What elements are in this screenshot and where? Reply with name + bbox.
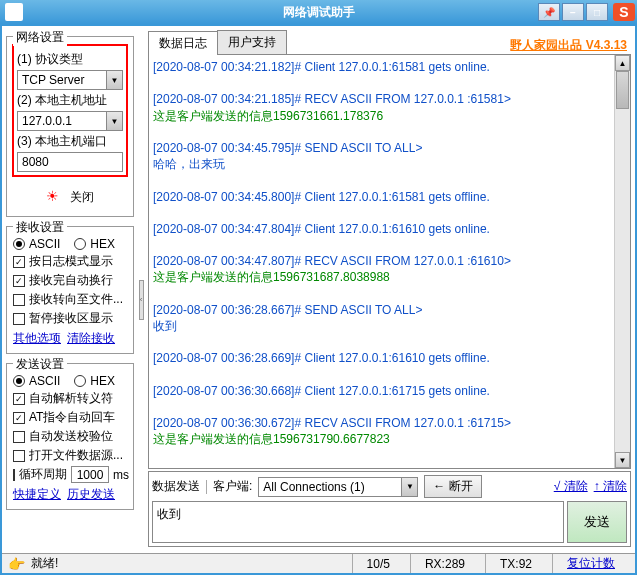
- recv-hex-radio[interactable]: [74, 238, 86, 250]
- log-line: [2020-08-07 00:36:30.672]# RECV ASCII FR…: [153, 415, 626, 431]
- vertical-scrollbar[interactable]: ▲ ▼: [614, 55, 630, 468]
- sogou-ime-icon[interactable]: S: [613, 3, 635, 21]
- recv-ascii-radio[interactable]: [13, 238, 25, 250]
- client-label: 客户端:: [213, 478, 252, 495]
- send-escape-check[interactable]: ✓: [13, 393, 25, 405]
- pin-button[interactable]: 📌: [538, 3, 560, 21]
- send-openfile-check[interactable]: [13, 450, 25, 462]
- highlighted-settings: (1) 协议类型 TCP Server ▼ (2) 本地主机地址 127.0.0…: [12, 44, 128, 177]
- host-dropdown[interactable]: 127.0.0.1 ▼: [17, 111, 123, 131]
- left-panel: 网络设置 (1) 协议类型 TCP Server ▼ (2) 本地主机地址 12…: [6, 30, 134, 569]
- send-hex-radio[interactable]: [74, 375, 86, 387]
- tab-bar: 数据日志 用户支持 野人家园出品 V4.3.13: [148, 30, 631, 55]
- send-shortcut-link[interactable]: 快捷定义: [13, 486, 61, 503]
- port-label: (3) 本地主机端口: [17, 133, 123, 150]
- log-line: [153, 367, 626, 383]
- chevron-down-icon[interactable]: ▼: [401, 478, 417, 496]
- recv-pause-check[interactable]: [13, 313, 25, 325]
- reset-counter-link[interactable]: 复位计数: [552, 554, 629, 573]
- recv-settings-group: 接收设置 ASCII HEX ✓按日志模式显示 ✓接收完自动换行 接收转向至文件…: [6, 226, 134, 354]
- send-checksum-check[interactable]: [13, 431, 25, 443]
- log-line: [153, 75, 626, 91]
- log-line: [2020-08-07 00:34:21.185]# RECV ASCII FR…: [153, 91, 626, 107]
- log-line: [2020-08-07 00:34:21.182]# Client 127.0.…: [153, 59, 626, 75]
- send-data-label: 数据发送: [152, 478, 200, 495]
- status-ratio: 10/5: [352, 554, 404, 573]
- send-atcr-check[interactable]: ✓: [13, 412, 25, 424]
- scroll-down-icon[interactable]: ▼: [615, 452, 630, 468]
- app-icon: [5, 3, 23, 21]
- brand-link[interactable]: 野人家园出品 V4.3.13: [510, 37, 631, 54]
- log-line: [153, 205, 626, 221]
- clear-up-link[interactable]: ↑ 清除: [594, 478, 627, 495]
- clear-check-link[interactable]: √ 清除: [554, 478, 588, 495]
- send-loop-check[interactable]: [13, 469, 15, 481]
- minimize-button[interactable]: −: [562, 3, 584, 21]
- log-line: 这是客户端发送的信息1596731687.8038988: [153, 269, 626, 285]
- close-button[interactable]: ☀ 关闭: [13, 184, 127, 210]
- log-line: [2020-08-07 00:36:28.669]# Client 127.0.…: [153, 350, 626, 366]
- host-label: (2) 本地主机地址: [17, 92, 123, 109]
- chevron-down-icon[interactable]: ▼: [106, 71, 122, 89]
- app-window: 网络调试助手 📌 − □ S 网络设置 (1) 协议类型 TCP Server …: [0, 0, 637, 575]
- recv-logmode-check[interactable]: ✓: [13, 256, 25, 268]
- log-line: 哈哈，出来玩: [153, 156, 626, 172]
- ready-icon: 👉: [8, 556, 25, 572]
- recv-tofile-check[interactable]: [13, 294, 25, 306]
- log-line: [2020-08-07 00:36:30.668]# Client 127.0.…: [153, 383, 626, 399]
- protocol-label: (1) 协议类型: [17, 51, 123, 68]
- log-line: 这是客户端发送的信息1596731790.6677823: [153, 431, 626, 447]
- log-line: [153, 172, 626, 188]
- log-line: [2020-08-07 00:34:47.807]# RECV ASCII FR…: [153, 253, 626, 269]
- group-title-recv: 接收设置: [13, 219, 67, 236]
- right-panel: 数据日志 用户支持 野人家园出品 V4.3.13 [2020-08-07 00:…: [148, 30, 631, 569]
- recv-clear-link[interactable]: 清除接收: [67, 330, 115, 347]
- log-line: [2020-08-07 00:36:28.667]# SEND ASCII TO…: [153, 302, 626, 318]
- recv-other-link[interactable]: 其他选项: [13, 330, 61, 347]
- recv-autowrap-check[interactable]: ✓: [13, 275, 25, 287]
- send-settings-group: 发送设置 ASCII HEX ✓自动解析转义符 ✓AT指令自动回车 自动发送校验…: [6, 363, 134, 510]
- group-title-net: 网络设置: [13, 29, 67, 46]
- log-area[interactable]: [2020-08-07 00:34:21.182]# Client 127.0.…: [148, 55, 631, 469]
- connected-icon: ☀: [46, 188, 59, 204]
- content-area: 网络设置 (1) 协议类型 TCP Server ▼ (2) 本地主机地址 12…: [0, 24, 637, 575]
- send-button[interactable]: 发送: [567, 501, 627, 543]
- network-settings-group: 网络设置 (1) 协议类型 TCP Server ▼ (2) 本地主机地址 12…: [6, 36, 134, 217]
- maximize-button[interactable]: □: [586, 3, 608, 21]
- connection-dropdown[interactable]: All Connections (1) ▼: [258, 477, 418, 497]
- send-ascii-radio[interactable]: [13, 375, 25, 387]
- log-line: [153, 286, 626, 302]
- log-line: [153, 124, 626, 140]
- log-line: [153, 237, 626, 253]
- tab-user-support[interactable]: 用户支持: [217, 30, 287, 54]
- log-line: [2020-08-07 00:34:45.795]# SEND ASCII TO…: [153, 140, 626, 156]
- splitter[interactable]: ‹: [138, 30, 144, 569]
- loop-period-input[interactable]: [71, 466, 109, 483]
- scroll-thumb[interactable]: [616, 71, 629, 109]
- log-line: [153, 399, 626, 415]
- send-history-link[interactable]: 历史发送: [67, 486, 115, 503]
- log-line: 这是客户端发送的信息1596731661.178376: [153, 108, 626, 124]
- window-title: 网络调试助手: [283, 4, 355, 21]
- status-tx: TX:92: [485, 554, 546, 573]
- protocol-dropdown[interactable]: TCP Server ▼: [17, 70, 123, 90]
- chevron-down-icon[interactable]: ▼: [106, 112, 122, 130]
- scroll-up-icon[interactable]: ▲: [615, 55, 630, 71]
- port-input[interactable]: 8080: [17, 152, 123, 172]
- group-title-send: 发送设置: [13, 356, 67, 373]
- title-bar[interactable]: 网络调试助手 📌 − □ S: [0, 0, 637, 24]
- send-area: 数据发送 客户端: All Connections (1) ▼ ← 断开 √ 清…: [148, 471, 631, 547]
- log-line: 收到: [153, 318, 626, 334]
- status-ready: 就绪!: [31, 555, 58, 572]
- status-rx: RX:289: [410, 554, 479, 573]
- tab-data-log[interactable]: 数据日志: [148, 31, 218, 55]
- status-bar: 👉 就绪! 10/5 RX:289 TX:92 复位计数: [2, 553, 635, 573]
- log-line: [2020-08-07 00:34:45.800]# Client 127.0.…: [153, 189, 626, 205]
- splitter-handle-icon: ‹: [139, 280, 144, 320]
- log-line: [153, 334, 626, 350]
- send-textarea[interactable]: 收到: [152, 501, 564, 543]
- disconnect-button[interactable]: ← 断开: [424, 475, 481, 498]
- log-line: [2020-08-07 00:34:47.804]# Client 127.0.…: [153, 221, 626, 237]
